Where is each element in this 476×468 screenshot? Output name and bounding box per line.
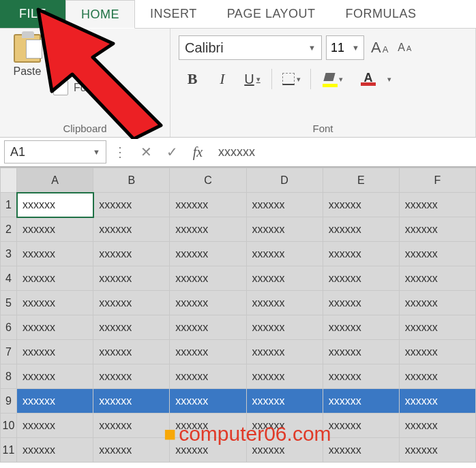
cell[interactable]: xxxxxx bbox=[399, 217, 475, 242]
formula-input[interactable] bbox=[211, 140, 472, 163]
cell[interactable]: xxxxxx bbox=[17, 364, 93, 389]
cell[interactable]: xxxxxx bbox=[323, 389, 399, 414]
cell[interactable]: xxxxxx bbox=[17, 315, 93, 340]
cancel-button[interactable]: ✕ bbox=[134, 140, 158, 163]
grow-font-button[interactable]: A A bbox=[368, 37, 391, 58]
cell[interactable]: xxxxxx bbox=[93, 438, 170, 463]
cell[interactable]: xxxxxx bbox=[323, 193, 399, 217]
cell[interactable]: xxxxxx bbox=[93, 193, 170, 217]
cell[interactable]: xxxxxx bbox=[246, 242, 323, 266]
cell[interactable]: xxxxxx bbox=[17, 438, 93, 463]
bold-button[interactable]: B bbox=[179, 67, 206, 91]
row-header[interactable]: 3 bbox=[1, 242, 17, 266]
cell[interactable]: xxxxxx bbox=[323, 242, 399, 266]
cell[interactable]: xxxxxx bbox=[93, 364, 170, 389]
cell[interactable]: xxxxxx bbox=[323, 340, 399, 364]
row-header[interactable]: 2 bbox=[1, 217, 17, 242]
cell[interactable]: xxxxxx bbox=[323, 438, 399, 463]
cell[interactable]: xxxxxx bbox=[170, 242, 246, 266]
cell[interactable]: xxxxxx bbox=[93, 414, 170, 438]
row-header[interactable]: 11 bbox=[1, 438, 17, 463]
cell[interactable]: xxxxxx bbox=[17, 414, 93, 438]
cell[interactable]: xxxxxx bbox=[170, 364, 246, 389]
font-name-dropdown[interactable]: Calibri ▼ bbox=[179, 35, 322, 60]
cell[interactable]: xxxxxx bbox=[17, 291, 93, 315]
insert-function-button[interactable]: fx bbox=[185, 140, 210, 163]
name-box[interactable]: A1 ▼ bbox=[4, 140, 106, 163]
cell[interactable]: xxxxxx bbox=[17, 389, 93, 414]
cell[interactable]: xxxxxx bbox=[323, 266, 399, 291]
cell[interactable]: xxxxxx bbox=[93, 389, 170, 414]
cell[interactable]: xxxxxx bbox=[17, 193, 93, 217]
cell[interactable]: xxxxxx bbox=[170, 217, 246, 242]
cell[interactable]: xxxxxx bbox=[323, 217, 399, 242]
cell[interactable]: xxxxxx bbox=[17, 266, 93, 291]
cell[interactable]: xxxxxx bbox=[17, 340, 93, 364]
column-header[interactable]: B bbox=[93, 168, 170, 193]
cell[interactable]: xxxxxx bbox=[399, 340, 475, 364]
cell[interactable]: xxxxxx bbox=[399, 242, 475, 266]
cell[interactable]: xxxxxx bbox=[93, 266, 170, 291]
cell[interactable]: xxxxxx bbox=[323, 414, 399, 438]
row-header[interactable]: 6 bbox=[1, 315, 17, 340]
format-painter-button[interactable]: Format P bbox=[53, 80, 119, 95]
cell[interactable]: xxxxxx bbox=[170, 266, 246, 291]
font-color-button[interactable]: A bbox=[352, 67, 385, 91]
tab-home[interactable]: HOME bbox=[65, 0, 135, 29]
column-header[interactable]: C bbox=[170, 168, 246, 193]
row-header[interactable]: 8 bbox=[1, 364, 17, 389]
cell[interactable]: xxxxxx bbox=[399, 438, 475, 463]
cell[interactable]: xxxxxx bbox=[399, 364, 475, 389]
tab-formulas[interactable]: FORMULAS bbox=[331, 0, 432, 28]
cell[interactable]: xxxxxx bbox=[170, 193, 246, 217]
column-header[interactable]: E bbox=[323, 168, 399, 193]
shrink-font-button[interactable]: A A bbox=[395, 40, 414, 55]
select-all-corner[interactable] bbox=[1, 168, 17, 193]
tab-file[interactable]: FILE bbox=[0, 0, 65, 28]
borders-button[interactable]: ▾ bbox=[278, 67, 305, 91]
cell[interactable]: xxxxxx bbox=[246, 364, 323, 389]
row-header[interactable]: 10 bbox=[1, 414, 17, 438]
cell[interactable]: xxxxxx bbox=[246, 340, 323, 364]
tab-page-layout[interactable]: PAGE LAYOUT bbox=[212, 0, 331, 28]
cell[interactable]: xxxxxx bbox=[246, 291, 323, 315]
cell[interactable]: xxxxxx bbox=[399, 414, 475, 438]
cell[interactable]: xxxxxx bbox=[170, 315, 246, 340]
row-header[interactable]: 1 bbox=[1, 193, 17, 217]
cell[interactable]: xxxxxx bbox=[93, 291, 170, 315]
cell[interactable]: xxxxxx bbox=[17, 242, 93, 266]
column-header[interactable]: A bbox=[17, 168, 93, 193]
row-header[interactable]: 4 bbox=[1, 266, 17, 291]
cell[interactable]: xxxxxx bbox=[93, 315, 170, 340]
cell[interactable]: xxxxxx bbox=[17, 217, 93, 242]
range-expand-button[interactable]: ⋮ bbox=[108, 140, 132, 163]
fill-color-button[interactable]: ▾ bbox=[316, 67, 349, 91]
row-header[interactable]: 7 bbox=[1, 340, 17, 364]
copy-button[interactable]: Cop bbox=[53, 59, 119, 74]
italic-button[interactable]: I bbox=[209, 67, 236, 91]
font-size-dropdown[interactable]: 11 ▼ bbox=[326, 35, 364, 60]
cell[interactable]: xxxxxx bbox=[170, 340, 246, 364]
cell[interactable]: xxxxxx bbox=[399, 266, 475, 291]
cell[interactable]: xxxxxx bbox=[93, 217, 170, 242]
cell[interactable]: xxxxxx bbox=[246, 266, 323, 291]
enter-button[interactable]: ✓ bbox=[160, 140, 184, 163]
cell[interactable]: xxxxxx bbox=[170, 389, 246, 414]
cell[interactable]: xxxxxx bbox=[399, 193, 475, 217]
cell[interactable]: xxxxxx bbox=[246, 193, 323, 217]
row-header[interactable]: 9 bbox=[1, 389, 17, 414]
cell[interactable]: xxxxxx bbox=[323, 364, 399, 389]
cell[interactable]: xxxxxx bbox=[323, 315, 399, 340]
cell[interactable]: xxxxxx bbox=[323, 291, 399, 315]
tab-insert[interactable]: INSERT bbox=[135, 0, 212, 28]
column-header[interactable]: F bbox=[399, 168, 475, 193]
cut-button[interactable]: Cu bbox=[53, 37, 119, 52]
underline-button[interactable]: U ▾ bbox=[239, 67, 266, 91]
cell[interactable]: xxxxxx bbox=[399, 315, 475, 340]
cell[interactable]: xxxxxx bbox=[399, 389, 475, 414]
cell[interactable]: xxxxxx bbox=[170, 291, 246, 315]
cell[interactable]: xxxxxx bbox=[93, 340, 170, 364]
row-header[interactable]: 5 bbox=[1, 291, 17, 315]
column-header[interactable]: D bbox=[246, 168, 323, 193]
cell[interactable]: xxxxxx bbox=[399, 291, 475, 315]
